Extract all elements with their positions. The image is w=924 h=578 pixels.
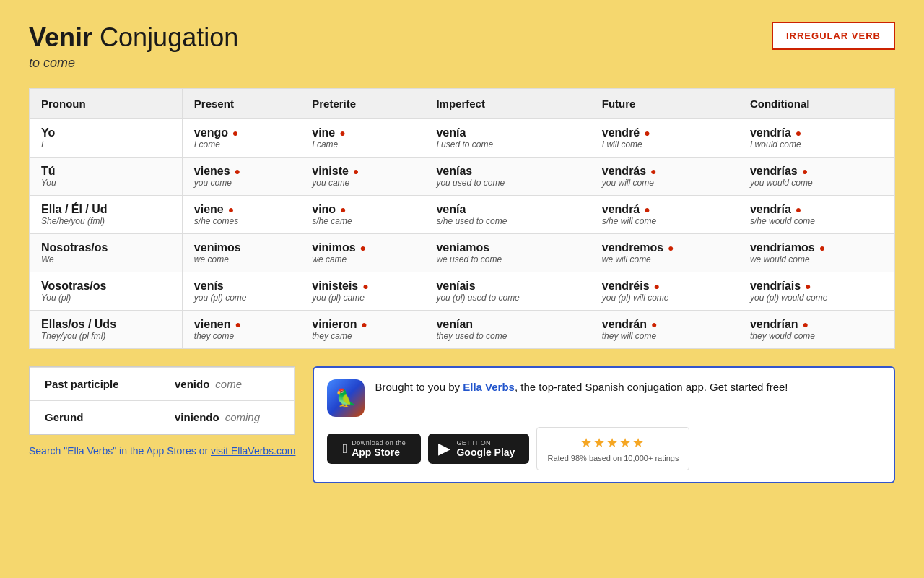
verb-translation: you (pl) would come [750, 293, 883, 303]
verb-form: vendríais ● [750, 280, 883, 293]
promo-ella-verbs-link[interactable]: Ella Verbs [463, 381, 515, 393]
verb-translation: you (pl) used to come [436, 293, 578, 303]
past-participle-value: venidocome [160, 368, 295, 401]
title-block: Venir Conjugation to come [29, 22, 238, 71]
verb-form: vendría ● [750, 203, 883, 216]
pronoun-cell: Vosotras/osYou (pl) [30, 272, 183, 311]
app-store-button[interactable]:  Download on the App Store [327, 434, 421, 464]
verb-translation: I come [194, 139, 288, 150]
verb-cell: vendrías ●you would come [738, 158, 894, 196]
pronoun-main: Vosotras/os [41, 280, 170, 293]
verb-translation: they used to come [436, 331, 578, 341]
verb-translation: you used to come [436, 178, 578, 188]
gerund-trans: coming [225, 411, 260, 423]
verb-translation: they come [194, 331, 288, 341]
verb-form: vino ● [312, 203, 412, 216]
verb-translation: I came [312, 139, 412, 150]
verb-cell: veníaI used to come [424, 119, 590, 158]
verb-cell: vinisteis ●you (pl) came [300, 272, 424, 311]
verb-translation: they would come [750, 331, 883, 341]
verb-translation: we come [194, 254, 288, 264]
table-row: Vosotras/osYou (pl)venísyou (pl) comevin… [30, 272, 895, 311]
pronoun-sub: You (pl) [41, 293, 170, 303]
verb-form: vengo ● [194, 126, 288, 139]
title-rest: Conjugation [92, 22, 238, 52]
ella-verbs-logo: 🦜 [327, 379, 365, 417]
gerund-row: Gerund viniendocoming [30, 401, 295, 434]
verb-translation: s/he would come [750, 216, 883, 226]
verb-translation: you (pl) came [312, 293, 412, 303]
ella-verbs-link[interactable]: visit EllaVerbs.com [211, 445, 295, 457]
rating-stars: ★★★★★ [547, 435, 679, 451]
apple-icon:  [343, 441, 348, 457]
verb-cell: vendríais ●you (pl) would come [738, 272, 894, 311]
verb-translation: they came [312, 331, 412, 341]
google-play-big-label: Google Play [456, 447, 515, 458]
verb-form: venía [436, 203, 578, 216]
col-conditional: Conditional [738, 89, 894, 119]
verb-cell: veníamoswe used to come [424, 234, 590, 272]
verb-cell: veníanthey used to come [424, 311, 590, 349]
irregular-dot: ● [816, 242, 825, 254]
irregular-dot: ● [641, 204, 650, 215]
col-present: Present [182, 89, 300, 119]
gerund-value: viniendocoming [160, 401, 295, 434]
verb-cell: vendré ●I will come [590, 119, 738, 158]
verb-form: venís [194, 280, 288, 293]
verb-form: venía [436, 126, 578, 139]
verb-translation: you will come [602, 178, 726, 188]
verb-form: vendrás ● [602, 165, 726, 178]
irregular-dot: ● [232, 319, 241, 330]
verb-form: vienen ● [194, 318, 288, 331]
irregular-dot: ● [225, 204, 234, 215]
col-future: Future [590, 89, 738, 119]
page-header: Venir Conjugation to come IRREGULAR VERB [29, 22, 895, 71]
verb-form: venimos [194, 241, 288, 254]
col-preterite: Preterite [300, 89, 424, 119]
verb-cell: venías/he used to come [424, 196, 590, 234]
verb-form: veníamos [436, 241, 578, 254]
verb-form: viniste ● [312, 165, 412, 178]
verb-translation: I used to come [436, 139, 578, 150]
promo-description: Brought to you by Ella Verbs, the top-ra… [375, 379, 788, 394]
verb-form: venían [436, 318, 578, 331]
verb-translation: s/he used to come [436, 216, 578, 226]
verb-cell: vinieron ●they came [300, 311, 424, 349]
verb-translation: they will come [602, 331, 726, 341]
pronoun-sub: They/you (pl fml) [41, 331, 170, 341]
verb-cell: vine ●I came [300, 119, 424, 158]
irregular-badge: IRREGULAR VERB [772, 22, 895, 50]
pronoun-sub: We [41, 254, 170, 264]
promo-card: 🦜 Brought to you by Ella Verbs, the top-… [313, 366, 895, 483]
irregular-dot: ● [800, 319, 808, 330]
verb-form: vendríamos ● [750, 241, 883, 254]
past-participle-word: venido [175, 378, 209, 390]
conjugation-table: Pronoun Present Preterite Imperfect Futu… [29, 88, 895, 349]
verb-cell: vinimos ●we came [300, 234, 424, 272]
verb-cell: vendrán ●they will come [590, 311, 738, 349]
irregular-dot: ● [641, 127, 650, 139]
irregular-dot: ● [802, 280, 811, 292]
past-participle-trans: come [215, 378, 242, 390]
bottom-section: Past participle venidocome Gerund vinien… [29, 366, 895, 483]
pronoun-sub: She/he/you (fml) [41, 216, 170, 226]
google-play-icon: ▶ [438, 439, 450, 458]
verb-translation: you came [312, 178, 412, 188]
verb-translation: you come [194, 178, 288, 188]
pronoun-main: Ella / Él / Ud [41, 203, 170, 216]
verb-cell: vendría ●I would come [738, 119, 894, 158]
verb-cell: vienes ●you come [182, 158, 300, 196]
rating-text: Rated 98% based on 10,000+ ratings [547, 454, 679, 462]
irregular-dot: ● [793, 127, 801, 139]
title-bold: Venir [29, 22, 92, 52]
conjugation-tbody: YoIvengo ●I comevine ●I cameveníaI used … [30, 119, 895, 349]
page-subtitle: to come [29, 56, 238, 71]
verb-translation: we came [312, 254, 412, 264]
pronoun-main: Ellas/os / Uds [41, 318, 170, 331]
pronoun-cell: Ella / Él / UdShe/he/you (fml) [30, 196, 183, 234]
verb-translation: s/he will come [602, 216, 726, 226]
promo-buttons:  Download on the App Store ▶ GET IT ON … [327, 427, 881, 470]
promo-tagline: , the top-rated Spanish conjugation app.… [515, 381, 788, 393]
google-play-button[interactable]: ▶ GET IT ON Google Play [428, 434, 529, 464]
verb-translation: we used to come [436, 254, 578, 264]
